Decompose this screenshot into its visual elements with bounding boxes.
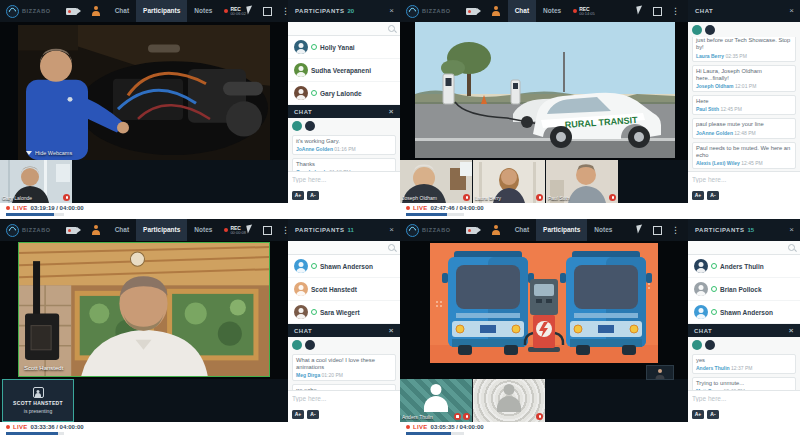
participant-row[interactable]: Sudha Veerapaneni bbox=[288, 59, 400, 82]
presenter-icon[interactable] bbox=[491, 6, 501, 16]
participants-search[interactable] bbox=[288, 22, 400, 36]
online-dot-icon bbox=[711, 309, 717, 315]
participant-row[interactable]: Anders Thulin bbox=[688, 255, 800, 278]
tab-participants[interactable]: Participants bbox=[536, 219, 587, 241]
chat-input[interactable] bbox=[292, 176, 396, 183]
teal-avatar-chip[interactable] bbox=[292, 121, 302, 131]
fullscreen-icon[interactable] bbox=[263, 7, 272, 16]
teal-avatar-chip[interactable] bbox=[692, 25, 702, 35]
presenter-icon[interactable] bbox=[91, 225, 101, 235]
participant-name: Holly Yanai bbox=[320, 44, 355, 51]
close-icon[interactable]: × bbox=[389, 327, 394, 335]
chat-title: CHAT bbox=[694, 328, 712, 334]
live-time: 03:19:19 / 04:00:00 bbox=[31, 205, 84, 211]
navy-avatar-chip[interactable] bbox=[705, 25, 715, 35]
tab-chat[interactable]: Chat bbox=[108, 0, 136, 22]
participants-title: PARTICIPANTS bbox=[295, 8, 344, 14]
webcam-tile[interactable] bbox=[473, 379, 545, 422]
teal-avatar-chip[interactable] bbox=[692, 340, 702, 350]
tab-notes[interactable]: Notes bbox=[587, 219, 619, 241]
font-increase-button[interactable]: A+ bbox=[292, 410, 304, 419]
participants-search[interactable] bbox=[288, 241, 400, 255]
fullscreen-icon[interactable] bbox=[653, 7, 662, 16]
participant-row[interactable]: Shawn Anderson bbox=[288, 255, 400, 278]
participant-row[interactable]: Holly Yanai bbox=[288, 36, 400, 59]
floating-webcam-thumbnail[interactable] bbox=[646, 365, 674, 380]
font-increase-button[interactable]: A+ bbox=[692, 191, 704, 200]
tab-participants[interactable]: Participants bbox=[136, 219, 187, 241]
chat-input[interactable] bbox=[292, 395, 396, 402]
kebab-menu-icon[interactable]: ⋮ bbox=[671, 219, 680, 241]
close-icon[interactable]: × bbox=[389, 226, 394, 234]
search-icon bbox=[388, 25, 395, 32]
camera-icon[interactable] bbox=[466, 227, 477, 234]
chat-message-list: Randal Kaufman 01:36 PM Jose Barbosa 01:… bbox=[688, 37, 800, 171]
presenter-icon[interactable] bbox=[91, 6, 101, 16]
font-decrease-button[interactable]: A- bbox=[307, 191, 319, 200]
person-silhouette-icon bbox=[423, 384, 449, 418]
tab-chat[interactable]: Chat bbox=[108, 219, 136, 241]
chat-input[interactable] bbox=[692, 176, 796, 183]
chat-title: CHAT bbox=[294, 328, 312, 334]
participants-count: 11 bbox=[347, 227, 353, 233]
participant-row[interactable]: Sara Wiegert bbox=[288, 301, 400, 324]
pointer-icon[interactable] bbox=[246, 225, 254, 235]
tab-notes[interactable]: Notes bbox=[187, 0, 219, 22]
navy-avatar-chip[interactable] bbox=[305, 340, 315, 350]
participant-row[interactable]: Scott Hanstedt bbox=[288, 278, 400, 301]
tab-chat[interactable]: Chat bbox=[508, 219, 536, 241]
navy-avatar-chip[interactable] bbox=[305, 121, 315, 131]
close-icon[interactable]: × bbox=[789, 327, 794, 335]
pointer-icon[interactable] bbox=[636, 6, 644, 16]
participants-search[interactable] bbox=[688, 241, 800, 255]
font-increase-button[interactable]: A+ bbox=[692, 410, 704, 419]
font-increase-button[interactable]: A+ bbox=[292, 191, 304, 200]
webcam-tile[interactable]: Anders Thulin bbox=[400, 379, 472, 422]
chat-identity-chips bbox=[688, 22, 800, 37]
close-icon[interactable]: × bbox=[389, 7, 394, 15]
font-decrease-button[interactable]: A- bbox=[307, 410, 319, 419]
presenter-icon[interactable] bbox=[491, 225, 501, 235]
tab-notes[interactable]: Notes bbox=[187, 219, 219, 241]
tab-participants[interactable]: Participants bbox=[136, 0, 187, 22]
webcam-tile[interactable]: Gary Lalonde bbox=[0, 160, 72, 203]
webcam-tile[interactable]: Paul Stith bbox=[546, 160, 618, 203]
chat-message: Thanks Gary Lalonde 01:18 PM bbox=[292, 158, 396, 171]
camera-icon[interactable] bbox=[466, 8, 477, 15]
speaker-name-label: Scott Hanstedt bbox=[24, 365, 63, 371]
camera-icon[interactable] bbox=[66, 227, 77, 234]
online-dot-icon bbox=[311, 44, 317, 50]
close-icon[interactable]: × bbox=[389, 108, 394, 116]
pointer-icon[interactable] bbox=[246, 6, 254, 16]
hide-webcams-toggle[interactable]: Hide Webcams bbox=[26, 150, 72, 156]
font-size-controls: A+ A- bbox=[288, 406, 400, 422]
camera-icon[interactable] bbox=[66, 8, 77, 15]
webcam-tile[interactable]: Laura Berry bbox=[473, 160, 545, 203]
tab-chat[interactable]: Chat bbox=[508, 0, 536, 22]
pointer-icon[interactable] bbox=[636, 225, 644, 235]
progress-fill bbox=[406, 213, 447, 216]
live-label: LIVE bbox=[13, 205, 28, 211]
webcam-tile[interactable]: Joseph Oldham bbox=[400, 160, 472, 203]
close-icon[interactable]: × bbox=[789, 226, 794, 234]
tab-notes[interactable]: Notes bbox=[536, 0, 568, 22]
webcam-strip: Anders Thulin bbox=[400, 379, 688, 422]
kebab-menu-icon[interactable]: ⋮ bbox=[671, 0, 680, 22]
chat-input[interactable] bbox=[692, 395, 796, 402]
teal-avatar-chip[interactable] bbox=[292, 340, 302, 350]
participant-row[interactable]: Brian Pollock bbox=[688, 278, 800, 301]
font-decrease-button[interactable]: A- bbox=[707, 410, 719, 419]
main-video-ev-parking-lot: RURAL TRANSIT bbox=[415, 22, 675, 158]
close-icon[interactable]: × bbox=[789, 7, 794, 15]
participant-row[interactable]: Shawn Anderson bbox=[688, 301, 800, 324]
fullscreen-icon[interactable] bbox=[263, 226, 272, 235]
chat-message-list: What a cool video! I love these animatio… bbox=[288, 352, 400, 390]
font-decrease-button[interactable]: A- bbox=[707, 191, 719, 200]
participants-panel-header: PARTICIPANTS 20 × bbox=[288, 0, 400, 22]
navy-avatar-chip[interactable] bbox=[705, 340, 715, 350]
participant-row[interactable]: Gary Lalonde bbox=[288, 82, 400, 105]
fullscreen-icon[interactable] bbox=[653, 226, 662, 235]
presenting-tile[interactable]: SCOTT HANSTEDT is presenting bbox=[2, 379, 74, 422]
brand-name: BIZZABO bbox=[22, 227, 51, 233]
avatar bbox=[294, 259, 308, 273]
